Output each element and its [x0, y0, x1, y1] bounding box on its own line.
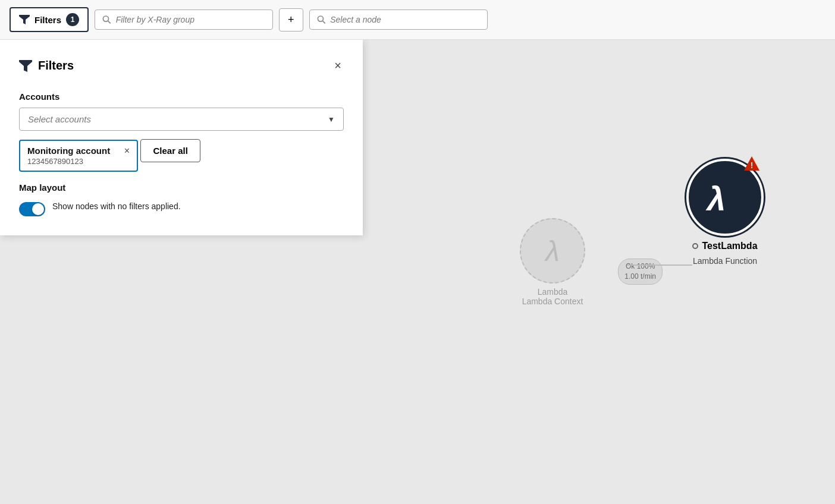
accounts-section-label: Accounts	[19, 92, 344, 102]
svg-line-1	[108, 21, 111, 23]
toggle-thumb	[32, 203, 44, 215]
close-panel-button[interactable]: ×	[332, 56, 344, 75]
selected-account-tag: Monitoring account × 1234567890123	[19, 140, 138, 172]
lambda-node-name: TestLambda	[692, 241, 757, 251]
filter-panel: Filters × Accounts Select accounts ▼ Mon…	[0, 40, 363, 235]
remove-account-button[interactable]: ×	[124, 146, 130, 156]
node-select-input[interactable]	[330, 15, 479, 24]
accounts-dropdown[interactable]: Select accounts ▼	[19, 108, 344, 131]
filters-button[interactable]: Filters 1	[10, 7, 89, 32]
filter-label: Filters	[34, 15, 61, 25]
search-icon-2	[317, 15, 326, 24]
lambda-node-type: Lambda Function	[693, 256, 757, 266]
xray-group-search[interactable]	[95, 10, 273, 30]
xray-group-input[interactable]	[116, 15, 265, 24]
show-nodes-toggle[interactable]	[19, 202, 45, 216]
search-icon	[102, 15, 111, 24]
dropdown-arrow-icon: ▼	[328, 115, 335, 124]
account-tag-name: Monitoring account	[27, 146, 110, 156]
svg-point-0	[103, 16, 108, 21]
edge-label: Ok 100% 1.00 t/min	[618, 259, 663, 285]
ghost-lambda-symbol: λ	[545, 235, 560, 267]
lambda-node[interactable]: ! λ TestLambda Lambda Function	[686, 159, 764, 266]
ghost-node-label: Lambda Lambda Context	[522, 287, 583, 306]
lambda-status-dot	[692, 243, 698, 249]
toggle-label: Show nodes with no filters applied.	[52, 201, 181, 213]
toggle-row: Show nodes with no filters applied.	[19, 201, 344, 216]
toolbar: Filters 1 +	[0, 0, 835, 40]
filter-panel-icon	[19, 60, 32, 72]
lambda-icon-wrap: ! λ	[686, 159, 764, 236]
svg-point-2	[318, 16, 323, 21]
lambda-context-node: λ Lambda Lambda Context	[520, 218, 585, 306]
svg-line-3	[322, 21, 325, 23]
warning-icon: !	[743, 155, 760, 172]
toggle-track[interactable]	[19, 202, 45, 216]
edge-connector	[627, 264, 692, 266]
lambda-symbol-svg: λ	[704, 179, 746, 215]
filter-icon	[19, 15, 30, 24]
filter-count-badge: 1	[66, 13, 79, 26]
account-tag-id: 1234567890123	[27, 157, 130, 166]
accounts-dropdown-label: Select accounts	[28, 114, 91, 124]
clear-all-button[interactable]: Clear all	[140, 139, 200, 162]
map-layout-label: Map layout	[19, 182, 344, 193]
panel-header: Filters ×	[19, 56, 344, 75]
node-search[interactable]	[309, 10, 488, 30]
account-tag-header: Monitoring account ×	[27, 146, 130, 156]
panel-title-wrap: Filters	[19, 59, 74, 73]
panel-title: Filters	[38, 59, 74, 73]
ghost-circle: λ	[520, 218, 585, 284]
svg-text:!: !	[751, 160, 754, 170]
main-area: λ Lambda Lambda Context Ok 100% 1.00 t/m…	[0, 40, 835, 504]
add-button[interactable]: +	[279, 8, 303, 32]
svg-text:λ: λ	[705, 180, 726, 215]
